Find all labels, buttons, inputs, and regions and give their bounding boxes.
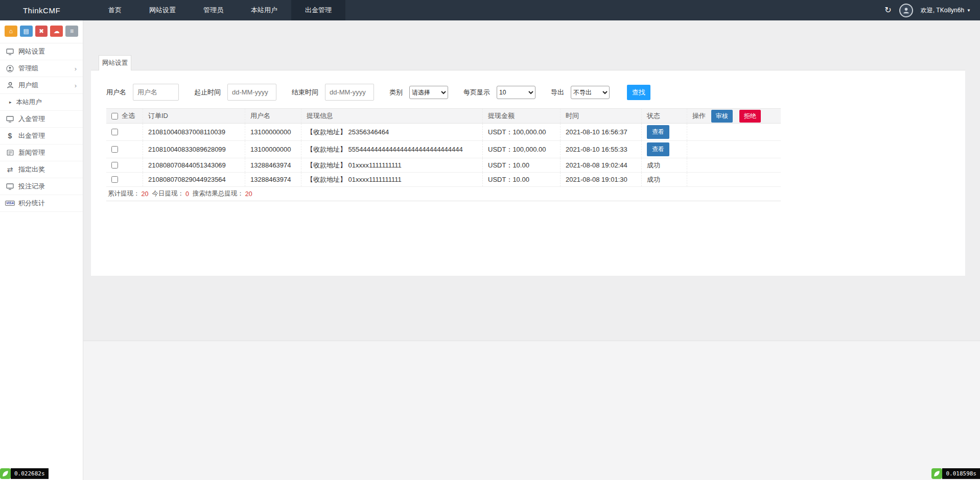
per-page-select[interactable]: 10	[497, 86, 535, 99]
refresh-icon[interactable]: ↻	[884, 6, 891, 14]
monitor-icon	[6, 183, 14, 190]
user-silhouette-icon	[902, 7, 910, 14]
sidebar-item-assign-prize[interactable]: ⇄ 指定出奖	[0, 161, 83, 178]
category-label: 类别	[389, 88, 403, 97]
sidebar-item-bet-records[interactable]: 投注记录	[0, 178, 83, 195]
table-header-row: 全选 订单ID 用户名 提现信息 提现金额 时间 状态 操作 审核 拒绝	[106, 108, 781, 124]
view-button[interactable]: 查看	[647, 125, 669, 139]
perf-badge-right: 0.018598s	[931, 468, 980, 479]
filter-category: 类别 请选择	[389, 86, 448, 99]
today-withdraw-label: 今日提现：	[152, 189, 184, 198]
nav-withdraw-management[interactable]: 出金管理	[291, 0, 345, 20]
sidebar-item-withdraw-management[interactable]: $ 出金管理	[0, 128, 83, 145]
leaf-icon	[0, 468, 11, 479]
withdraw-info-cell: 【收款地址】 01xxxx1111111111	[301, 173, 483, 186]
sidebar-item-user-group[interactable]: 用户组 ›	[0, 77, 83, 94]
sidebar-item-admin-group[interactable]: 管理组 ›	[0, 60, 83, 77]
row-checkbox[interactable]	[111, 129, 118, 135]
header-withdraw-info: 提现信息	[301, 109, 483, 123]
list-icon[interactable]: ≡	[65, 26, 78, 37]
time-cell: 2021-08-10 16:55:33	[561, 141, 642, 158]
filter-username: 用户名	[106, 84, 179, 101]
chevron-right-icon: ›	[75, 65, 77, 73]
welcome-text: 欢迎, TKo8yn6h	[921, 6, 964, 15]
sidebar-item-site-settings[interactable]: 网站设置	[0, 43, 83, 60]
time-cell: 2021-08-10 16:56:37	[561, 124, 642, 140]
visa-card-icon: VISA	[6, 201, 14, 206]
actions-cell	[687, 124, 781, 140]
main-panel: 用户名 起止时间 结束时间 类别 请选择 每页显示 10 导出 不导出	[91, 70, 965, 276]
row-checkbox[interactable]	[111, 162, 118, 169]
username-input[interactable]	[133, 84, 179, 101]
chevron-right-icon: ›	[75, 82, 77, 89]
status-badge: 成功	[647, 161, 660, 170]
username-cell: 13100000000	[245, 141, 301, 158]
withdraw-info-cell: 【收款地址】 01xxxx1111111111	[301, 158, 483, 172]
brand-logo[interactable]: ThinkCMF	[0, 6, 83, 15]
order-id-cell: 210808070844051343069	[143, 158, 245, 172]
withdraw-table: 全选 订单ID 用户名 提现信息 提现金额 时间 状态 操作 审核 拒绝 210…	[106, 108, 781, 201]
nav-admin[interactable]: 管理员	[190, 0, 237, 20]
status-cell: 查看	[642, 141, 687, 158]
filter-per-page: 每页显示 10	[463, 86, 535, 99]
search-button[interactable]: 查找	[627, 85, 650, 100]
sidebar-item-label: 网站设置	[18, 47, 45, 56]
avatar[interactable]	[899, 4, 913, 17]
home-icon[interactable]: ⌂	[5, 26, 17, 37]
username-cell: 13288463974	[245, 173, 301, 186]
sidebar-item-site-users[interactable]: ▸ 本站用户	[0, 94, 83, 111]
select-all-checkbox[interactable]	[111, 113, 118, 119]
end-time-label: 结束时间	[292, 88, 318, 97]
document-icon[interactable]: ▤	[20, 26, 33, 37]
sidebar-item-label: 投注记录	[18, 182, 45, 191]
amount-cell: USDT：100,000.00	[483, 124, 561, 140]
actions-cell	[687, 173, 781, 186]
today-withdraw-value: 0	[185, 190, 189, 198]
nav-home[interactable]: 首页	[95, 0, 135, 20]
reject-button[interactable]: 拒绝	[739, 110, 761, 123]
filter-end-time: 结束时间	[292, 84, 374, 101]
export-select[interactable]: 不导出	[571, 86, 610, 99]
sidebar-item-label: 用户组	[18, 81, 38, 90]
user-circle-icon	[6, 65, 14, 73]
approve-button[interactable]: 审核	[711, 110, 733, 123]
filter-bar: 用户名 起止时间 结束时间 类别 请选择 每页显示 10 导出 不导出	[106, 84, 650, 101]
end-time-input[interactable]	[325, 84, 374, 101]
table-row: 210808070829044923564 13288463974 【收款地址】…	[106, 173, 781, 187]
status-cell: 查看	[642, 124, 687, 140]
withdraw-info-cell: 【收款地址】 25356346464	[301, 124, 483, 140]
category-select[interactable]: 请选择	[409, 86, 448, 99]
view-button[interactable]: 查看	[647, 142, 669, 156]
nav-site-users[interactable]: 本站用户	[237, 0, 291, 20]
monitor-icon	[6, 115, 14, 123]
nav-site-settings[interactable]: 网站设置	[135, 0, 190, 20]
news-icon	[6, 149, 14, 156]
sidebar-item-deposit-management[interactable]: 入金管理	[0, 111, 83, 128]
header-username: 用户名	[245, 109, 301, 123]
header-status: 状态	[642, 109, 687, 123]
user-icon	[6, 82, 14, 89]
start-time-input[interactable]	[227, 84, 276, 101]
time-cell: 2021-08-08 19:01:30	[561, 173, 642, 186]
cloud-icon[interactable]: ☁	[50, 26, 63, 37]
perf-badge-left: 0.022682s	[0, 468, 49, 479]
total-withdraw-value: 20	[142, 190, 149, 198]
sidebar-item-news-management[interactable]: 新闻管理	[0, 145, 83, 161]
sidebar-item-label: 新闻管理	[18, 148, 45, 157]
withdraw-info-cell: 【收款地址】 5554444444444444444444444444444	[301, 141, 483, 158]
status-cell: 成功	[642, 158, 687, 172]
delete-icon[interactable]: ✖	[35, 26, 48, 37]
start-time-label: 起止时间	[194, 88, 221, 97]
time-cell: 2021-08-08 19:02:44	[561, 158, 642, 172]
filter-export: 导出 不导出	[551, 86, 610, 99]
search-total-value: 20	[245, 190, 252, 198]
username-cell: 13288463974	[245, 158, 301, 172]
row-checkbox[interactable]	[111, 146, 118, 153]
status-badge: 成功	[647, 175, 660, 184]
row-checkbox[interactable]	[111, 176, 118, 183]
sidebar-item-points-stats[interactable]: VISA 积分统计	[0, 195, 83, 212]
sidebar-item-label: 管理组	[18, 64, 38, 73]
sidebar-toolbar: ⌂ ▤ ✖ ☁ ≡	[0, 20, 83, 43]
tab-site-settings[interactable]: 网站设置	[99, 55, 131, 70]
user-menu[interactable]: 欢迎, TKo8yn6h ▼	[921, 6, 971, 15]
